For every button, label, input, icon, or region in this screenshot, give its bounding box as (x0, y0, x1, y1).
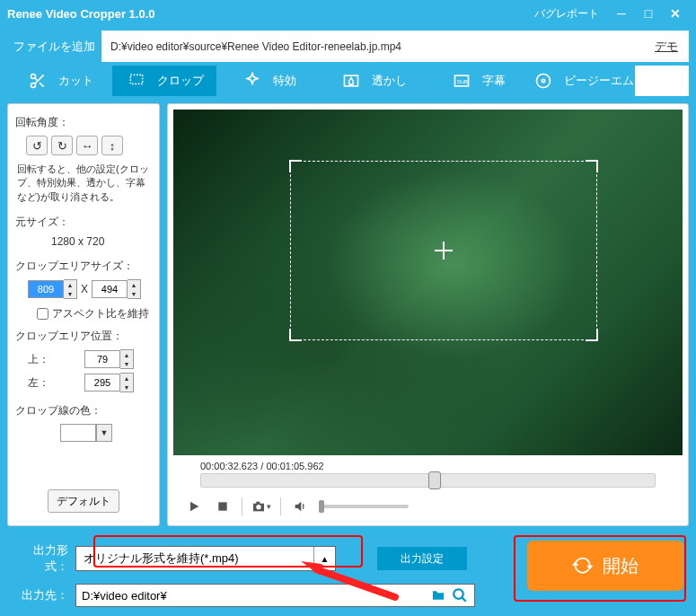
app-title: Renee Video Cropper 1.0.0 (7, 7, 155, 21)
output-path-label: 出力先： (13, 587, 68, 603)
crop-rectangle[interactable] (290, 161, 597, 340)
volume-button[interactable] (290, 497, 310, 516)
tab-label: 特効 (273, 73, 296, 89)
separator (242, 497, 242, 515)
file-path: D:¥video editor¥source¥Renee Video Edito… (101, 40, 644, 53)
crop-handle-bl[interactable] (289, 329, 302, 341)
bug-report-link[interactable]: バグレポート (534, 6, 599, 22)
svg-rect-14 (256, 502, 260, 505)
timecode: 00:00:32.623 / 00:01:05.962 (173, 455, 683, 473)
rotation-angle-label: 回転角度： (15, 115, 152, 130)
crop-top-input[interactable] (84, 350, 120, 368)
demo-link[interactable]: デモ (644, 39, 689, 55)
crop-handle-tl[interactable] (289, 160, 302, 172)
output-format-select[interactable]: オリジナル形式を維持(*.mp4) ▲ (75, 546, 336, 571)
aspect-ratio-checkbox[interactable] (37, 308, 48, 320)
video-preview[interactable] (173, 110, 683, 455)
original-size-value: 1280 x 720 (15, 235, 152, 248)
crop-color-label: クロップ線の色： (15, 403, 152, 418)
svg-point-15 (454, 589, 463, 599)
output-path-field[interactable]: D:¥video editor¥ (75, 584, 475, 607)
down-arrow-icon[interactable]: ▼ (120, 383, 133, 392)
volume-handle[interactable] (319, 500, 324, 513)
stop-button[interactable] (213, 497, 233, 516)
start-label: 開始 (603, 554, 639, 578)
tab-bgm[interactable]: ビージーエム (531, 66, 636, 96)
preview-panel: 00:00:32.623 / 00:01:05.962 ▾ (167, 103, 689, 526)
tab-bar: カット クロップ 特効 透かし SUB 字幕 ビージーエム (7, 66, 689, 96)
crop-width-input[interactable] (28, 280, 64, 298)
svg-point-10 (542, 79, 544, 82)
snapshot-button[interactable]: ▾ (251, 497, 271, 516)
tab-label: クロップ (157, 73, 204, 89)
left-label: 左： (28, 375, 49, 391)
add-file-button[interactable]: ファイルを追加 (7, 31, 101, 62)
crop-height-input[interactable] (92, 280, 128, 298)
crop-top-stepper[interactable]: ▲▼ (84, 349, 134, 369)
crop-left-input[interactable] (84, 374, 120, 392)
up-arrow-icon[interactable]: ▲ (120, 374, 133, 383)
crop-width-stepper[interactable]: ▲▼ (28, 279, 77, 299)
seek-bar[interactable] (200, 473, 656, 488)
crop-size-label: クロップエリアサイズ： (15, 259, 152, 274)
x-separator: X (81, 283, 88, 295)
svg-line-3 (40, 83, 44, 87)
svg-point-0 (31, 75, 35, 79)
refresh-icon (572, 555, 594, 576)
svg-rect-11 (218, 502, 226, 510)
titlebar: Renee Video Cropper 1.0.0 バグレポート ─ □ ✕ (0, 0, 696, 27)
svg-line-16 (462, 597, 466, 602)
seek-handle[interactable] (428, 471, 441, 489)
color-picker-button[interactable]: ▼ (96, 424, 112, 442)
minimize-button[interactable]: ─ (608, 4, 635, 23)
default-button[interactable]: デフォルト (48, 489, 119, 513)
crop-left-stepper[interactable]: ▲▼ (84, 373, 134, 392)
rotate-cw-button[interactable]: ↻ (51, 136, 73, 155)
flip-vertical-button[interactable]: ↕ (101, 136, 123, 155)
rotate-ccw-button[interactable]: ↺ (26, 136, 48, 155)
down-arrow-icon[interactable]: ▼ (120, 359, 133, 368)
down-arrow-icon[interactable]: ▼ (64, 289, 76, 298)
rotation-note: 回転すると、他の設定(クロップ、特別効果、透かし、字幕など)が取り消される。 (15, 163, 152, 204)
tab-cut[interactable]: カット (7, 66, 112, 96)
crop-handle-br[interactable] (586, 329, 598, 341)
up-arrow-icon[interactable]: ▲ (128, 280, 140, 289)
volume-slider[interactable] (319, 505, 409, 508)
crop-center-icon (435, 242, 453, 260)
svg-point-1 (31, 84, 35, 88)
disc-icon (532, 72, 555, 90)
file-row: ファイルを追加 D:¥video editor¥source¥Renee Vid… (7, 31, 689, 62)
svg-text:SUB: SUB (457, 79, 468, 84)
tab-watermark[interactable]: 透かし (322, 66, 427, 96)
flip-horizontal-button[interactable]: ↔ (76, 136, 98, 155)
tab-crop[interactable]: クロップ (112, 66, 217, 96)
up-arrow-icon[interactable]: ▲ (64, 280, 76, 289)
svg-rect-5 (130, 75, 142, 84)
down-arrow-icon[interactable]: ▼ (128, 289, 140, 298)
crop-icon (125, 72, 148, 90)
drop-icon (339, 72, 363, 90)
svg-point-9 (536, 75, 550, 88)
maximize-button[interactable]: □ (635, 4, 662, 23)
settings-panel: 回転角度： ↺ ↻ ↔ ↕ 回転すると、他の設定(クロップ、特別効果、透かし、字… (7, 103, 160, 526)
output-path-value: D:¥video editor¥ (82, 589, 167, 603)
crop-position-label: クロップエリア位置： (15, 329, 152, 344)
output-settings-button[interactable]: 出力設定 (377, 547, 467, 570)
up-arrow-icon[interactable]: ▲ (120, 350, 133, 359)
tab-effect[interactable]: 特効 (216, 66, 322, 96)
crop-height-stepper[interactable]: ▲▼ (92, 279, 141, 299)
tab-subtitle[interactable]: SUB 字幕 (426, 66, 531, 96)
tab-spacer (635, 66, 689, 96)
bottom-bar: 出力形式： オリジナル形式を維持(*.mp4) ▲ 出力設定 開始 出力先： D… (0, 533, 696, 616)
crop-handle-tr[interactable] (586, 160, 598, 172)
search-button[interactable] (450, 585, 470, 605)
aspect-ratio-label: アスペクト比を維持 (52, 306, 149, 321)
output-format-value: オリジナル形式を維持(*.mp4) (84, 550, 239, 567)
svg-line-4 (35, 78, 38, 81)
browse-folder-button[interactable] (428, 585, 448, 605)
close-button[interactable]: ✕ (662, 4, 689, 23)
tab-label: ビージーエム (564, 73, 634, 89)
play-button[interactable] (184, 497, 204, 516)
subtitle-icon: SUB (450, 72, 473, 90)
start-button[interactable]: 開始 (527, 541, 683, 591)
